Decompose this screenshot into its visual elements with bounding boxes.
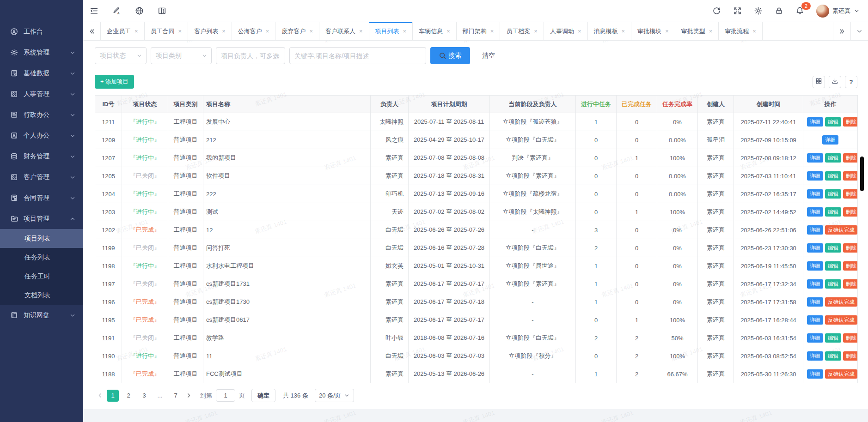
action-button-删除[interactable]: 删除 bbox=[843, 153, 858, 163]
action-button-详细[interactable]: 详细 bbox=[807, 225, 823, 235]
sidebar-item-project[interactable]: 项目管理 bbox=[0, 208, 83, 229]
sidebar-item-admin-office[interactable]: 行政办公 bbox=[0, 104, 83, 125]
close-tab-icon[interactable]: × bbox=[622, 28, 625, 34]
sidebar-item-contract[interactable]: 合同管理 bbox=[0, 187, 83, 208]
project-owner-input[interactable] bbox=[216, 47, 285, 64]
sidebar-item-system[interactable]: 系统管理 bbox=[0, 42, 83, 63]
next-page-button[interactable] bbox=[183, 392, 194, 399]
close-tab-icon[interactable]: × bbox=[403, 28, 407, 34]
action-button-详细[interactable]: 详细 bbox=[807, 117, 823, 127]
search-button[interactable]: 搜索 bbox=[430, 47, 470, 64]
close-tab-icon[interactable]: × bbox=[490, 28, 494, 34]
action-button-编辑[interactable]: 编辑 bbox=[825, 279, 841, 289]
close-tab-icon[interactable]: × bbox=[752, 28, 756, 34]
sidebar-subitem[interactable]: 文档列表 bbox=[0, 286, 83, 305]
action-button-详细[interactable]: 详细 bbox=[807, 279, 823, 289]
tabs-scroll-right-button[interactable] bbox=[833, 22, 850, 40]
action-button-详细[interactable]: 详细 bbox=[807, 261, 823, 271]
action-button-详细[interactable]: 详细 bbox=[807, 243, 823, 253]
prev-page-button[interactable] bbox=[95, 392, 105, 399]
action-button-编辑[interactable]: 编辑 bbox=[825, 333, 841, 343]
action-button-编辑[interactable]: 编辑 bbox=[825, 153, 841, 163]
clear-button[interactable]: 清空 bbox=[482, 52, 495, 60]
action-button-删除[interactable]: 删除 bbox=[843, 189, 858, 199]
sidebar-subitem[interactable]: 任务工时 bbox=[0, 267, 83, 286]
menu-collapse-icon[interactable] bbox=[90, 6, 98, 15]
action-button-详细[interactable]: 详细 bbox=[807, 333, 823, 343]
close-tab-icon[interactable]: × bbox=[266, 28, 269, 34]
tab-客户列表[interactable]: 客户列表× bbox=[188, 22, 232, 40]
project-status-select[interactable]: 项目状态 bbox=[95, 47, 147, 64]
close-tab-icon[interactable]: × bbox=[709, 28, 713, 34]
tabs-menu-button[interactable] bbox=[850, 22, 868, 40]
tab-废弃客户[interactable]: 废弃客户× bbox=[275, 22, 319, 40]
project-category-select[interactable]: 项目类别 bbox=[151, 47, 212, 64]
close-tab-icon[interactable]: × bbox=[534, 28, 538, 34]
action-button-删除[interactable]: 删除 bbox=[843, 207, 858, 217]
sidebar-item-base-data[interactable]: 基础数据 bbox=[0, 63, 83, 84]
tab-审批流程[interactable]: 审批流程× bbox=[719, 22, 763, 40]
page-button-3[interactable]: 3 bbox=[138, 390, 150, 402]
lock-icon[interactable] bbox=[775, 6, 783, 15]
action-button-删除[interactable]: 删除 bbox=[843, 279, 858, 289]
tab-员工档案[interactable]: 员工档案× bbox=[500, 22, 544, 40]
action-button-反确认完成[interactable]: 反确认完成 bbox=[825, 315, 857, 325]
action-button-反确认完成[interactable]: 反确认完成 bbox=[825, 225, 857, 235]
action-button-详细[interactable]: 详细 bbox=[807, 297, 823, 307]
action-button-编辑[interactable]: 编辑 bbox=[825, 117, 841, 127]
confirm-page-button[interactable]: 确定 bbox=[251, 389, 275, 402]
sidebar-item-finance[interactable]: 财务管理 bbox=[0, 146, 83, 167]
action-button-详细[interactable]: 详细 bbox=[822, 135, 838, 145]
action-button-详细[interactable]: 详细 bbox=[807, 171, 823, 181]
action-button-详细[interactable]: 详细 bbox=[807, 369, 823, 379]
action-button-详细[interactable]: 详细 bbox=[807, 315, 823, 325]
tab-公海客户[interactable]: 公海客户× bbox=[232, 22, 276, 40]
action-button-详细[interactable]: 详细 bbox=[807, 153, 823, 163]
close-tab-icon[interactable]: × bbox=[578, 28, 581, 34]
refresh-icon[interactable] bbox=[712, 6, 721, 15]
layout-panel-icon[interactable] bbox=[158, 6, 166, 15]
sidebar-item-hr[interactable]: 人事管理 bbox=[0, 84, 83, 104]
page-button-2[interactable]: 2 bbox=[122, 390, 134, 402]
export-button[interactable] bbox=[829, 76, 841, 88]
sidebar-item-knowledge[interactable]: 知识网盘 bbox=[0, 305, 83, 326]
sidebar-item-personal-office[interactable]: 个人办公 bbox=[0, 125, 83, 146]
action-button-编辑[interactable]: 编辑 bbox=[825, 243, 841, 253]
notification-bell-icon[interactable]: 2 bbox=[795, 6, 804, 15]
scrollbar-thumb[interactable] bbox=[860, 157, 864, 191]
add-project-button[interactable]: + 添加项目 bbox=[95, 75, 134, 89]
action-button-编辑[interactable]: 编辑 bbox=[825, 189, 841, 199]
keyword-input[interactable] bbox=[289, 47, 426, 64]
goto-page-input[interactable] bbox=[216, 389, 235, 402]
action-button-删除[interactable]: 删除 bbox=[843, 117, 858, 127]
close-tab-icon[interactable]: × bbox=[665, 28, 669, 34]
tab-车辆信息[interactable]: 车辆信息× bbox=[413, 22, 457, 40]
tabs-scroll-left-button[interactable] bbox=[83, 22, 101, 40]
tab-审批模块[interactable]: 审批模块× bbox=[631, 22, 675, 40]
close-tab-icon[interactable]: × bbox=[222, 28, 226, 34]
tab-企业员工[interactable]: 企业员工× bbox=[101, 22, 145, 40]
tab-人事调动[interactable]: 人事调动× bbox=[544, 22, 588, 40]
close-tab-icon[interactable]: × bbox=[446, 28, 450, 34]
grid-columns-button[interactable] bbox=[813, 76, 825, 88]
action-button-编辑[interactable]: 编辑 bbox=[825, 207, 841, 217]
sidebar-item-customer[interactable]: 客户管理 bbox=[0, 167, 83, 187]
action-button-删除[interactable]: 删除 bbox=[843, 351, 858, 361]
tab-项目列表[interactable]: 项目列表× bbox=[369, 22, 413, 40]
sidebar-item-workbench[interactable]: 工作台 bbox=[0, 21, 83, 42]
help-button[interactable]: ? bbox=[845, 76, 857, 88]
action-button-详细[interactable]: 详细 bbox=[807, 207, 823, 217]
action-button-删除[interactable]: 删除 bbox=[843, 243, 858, 253]
page-button-7[interactable]: 7 bbox=[170, 390, 182, 402]
tab-消息模板[interactable]: 消息模板× bbox=[588, 22, 632, 40]
action-button-编辑[interactable]: 编辑 bbox=[825, 171, 841, 181]
fullscreen-icon[interactable] bbox=[733, 6, 742, 15]
action-button-编辑[interactable]: 编辑 bbox=[825, 351, 841, 361]
tab-客户联系人[interactable]: 客户联系人× bbox=[319, 22, 369, 40]
close-tab-icon[interactable]: × bbox=[178, 28, 182, 34]
settings-gear-icon[interactable] bbox=[754, 6, 763, 15]
close-tab-icon[interactable]: × bbox=[134, 28, 138, 34]
tab-部门架构[interactable]: 部门架构× bbox=[457, 22, 501, 40]
user-menu[interactable]: 素还真 bbox=[816, 5, 860, 18]
page-size-select[interactable]: 20 条/页 bbox=[315, 389, 354, 402]
